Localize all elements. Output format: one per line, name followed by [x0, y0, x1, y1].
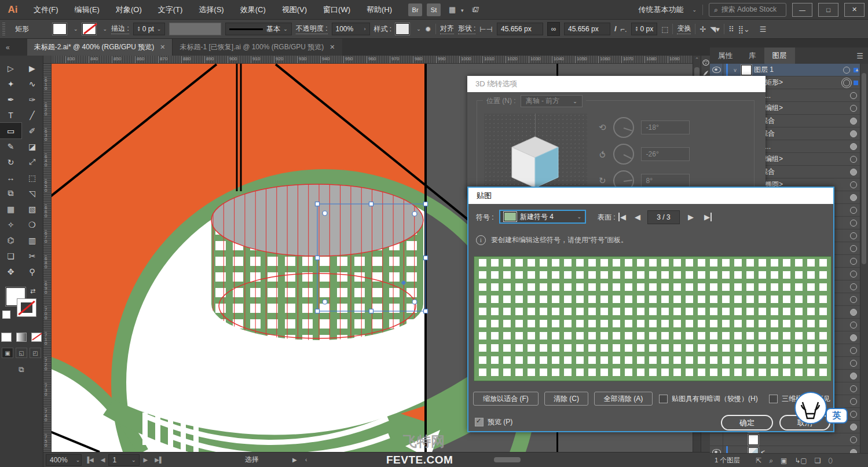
menu-item-8[interactable]: 帮助(H) [358, 1, 400, 19]
hand-tool[interactable]: ✥ [0, 264, 21, 279]
menu-item-0[interactable]: 文件(F) [25, 1, 67, 19]
target-circle[interactable] [850, 296, 857, 303]
anchor-point[interactable] [412, 300, 417, 304]
width-profile-dropdown[interactable] [169, 23, 221, 35]
opacity-label[interactable]: 不透明度 : [296, 24, 328, 34]
target-circle[interactable] [850, 283, 857, 290]
mesh-tool[interactable]: ▦ [0, 201, 21, 217]
eye-icon[interactable] [712, 449, 721, 453]
gradient-button[interactable] [16, 333, 27, 342]
symbol-dropdown[interactable]: 新建符号 4 ⌄ [499, 210, 586, 224]
paintbrush-tool[interactable]: ✐ [21, 123, 43, 138]
draw-behind-mode[interactable]: ◱ [16, 348, 27, 358]
perspective-grid-tool[interactable]: ◹ [21, 185, 43, 201]
column-graph-tool[interactable]: ▥ [21, 232, 43, 248]
target-circle[interactable] [850, 360, 857, 367]
shape-builder-tool[interactable]: ⧉ [0, 185, 21, 201]
symbol-sprayer-tool[interactable]: ⌬ [0, 232, 21, 248]
maximize-button[interactable]: □ [818, 3, 838, 17]
type-tool[interactable]: T [0, 107, 21, 123]
distribute-icon[interactable]: ⣿⌄ [738, 25, 749, 34]
share-icon[interactable]: 🖅 [472, 5, 479, 14]
workspace-switcher[interactable]: 传统基本功能 [638, 5, 683, 15]
next-surface-icon[interactable]: ▶ [688, 213, 694, 221]
horizontal-ruler[interactable]: 8308408508608708808909009109209309409509… [52, 56, 693, 64]
select-similar-icon[interactable]: ◥▾ [710, 25, 720, 34]
menu-item-5[interactable]: 效果(C) [232, 1, 274, 19]
layer-thumbnail[interactable] [741, 65, 752, 75]
document-tab-inactive[interactable]: 未标题-1 [已恢复].ai @ 100% (RGB/GPU 预览) ✕ [172, 39, 342, 56]
locate-object-icon[interactable]: ⌕ [769, 457, 773, 465]
app-badge-br[interactable]: Br [408, 3, 422, 16]
line-segment-tool[interactable]: ╱ [21, 107, 43, 123]
selection-handle[interactable] [424, 202, 428, 206]
style-swatch[interactable] [395, 23, 409, 35]
menu-item-3[interactable]: 文字(T) [150, 1, 191, 19]
target-circle[interactable] [850, 385, 857, 392]
status-expand-icon[interactable]: ▶ [292, 457, 297, 463]
stroke-swatch[interactable] [17, 299, 36, 316]
isolate-icon[interactable]: ✢ [699, 25, 706, 34]
anchor-point[interactable] [323, 211, 327, 216]
document-tab-active[interactable]: 未标题-2.ai* @ 400% (RGB/GPU 预览) ✕ [27, 39, 173, 56]
layer-row[interactable]: <... [710, 446, 860, 453]
scale-tool[interactable]: ⤢ [21, 154, 43, 170]
horizontal-scrollbar-thumb[interactable] [494, 457, 521, 462]
status-collapse-icon[interactable]: ‹ [305, 457, 307, 463]
chevron-down-icon[interactable]: ⌄ [74, 26, 78, 32]
options-list-icon[interactable]: ☰ [760, 25, 767, 34]
previous-surface-icon[interactable]: ◀ [635, 213, 640, 221]
panel-menu-icon[interactable]: ☰ [856, 52, 863, 60]
rotate-z-value[interactable]: 8° [641, 174, 690, 188]
selection-handle[interactable] [424, 309, 428, 313]
curvature-tool[interactable]: ✑ [21, 92, 43, 107]
swap-fill-stroke-icon[interactable]: ⇄ [30, 287, 35, 295]
menu-item-7[interactable]: 窗口(W) [315, 1, 358, 19]
target-circle[interactable] [850, 181, 857, 188]
selection-handle[interactable] [424, 256, 428, 260]
target-circle[interactable] [850, 220, 857, 227]
target-circle[interactable] [843, 79, 850, 86]
target-circle[interactable] [850, 449, 857, 454]
target-circle[interactable] [850, 424, 857, 430]
constrain-proportions-icon[interactable]: ∞ [547, 22, 560, 36]
selection-handle[interactable] [316, 202, 320, 206]
artboard-number-field[interactable]: 1⌄ [108, 454, 140, 466]
visibility-cell[interactable] [710, 433, 723, 446]
target-circle[interactable] [850, 334, 857, 341]
layers-scrollbar[interactable] [860, 64, 868, 453]
map-button-1[interactable]: 清除 (C) [544, 392, 588, 406]
ruler-corner[interactable] [43, 56, 52, 64]
rotate-y-value[interactable]: -26° [641, 147, 690, 161]
target-circle[interactable] [850, 92, 857, 99]
shaper-tool[interactable]: ✎ [0, 138, 21, 154]
first-artboard-icon[interactable]: ▐◀ [85, 457, 94, 463]
none-button[interactable] [31, 333, 42, 342]
selection-handle[interactable] [369, 309, 373, 313]
color-button[interactable] [1, 333, 12, 342]
collapse-icon[interactable]: « [6, 43, 10, 52]
rotate-x-dial[interactable] [613, 117, 634, 138]
target-circle[interactable] [850, 309, 857, 316]
align-objects-icon[interactable]: ⠿ [728, 25, 734, 34]
close-icon[interactable]: ✕ [160, 43, 165, 51]
scroll-up-icon[interactable]: ⌃ [693, 57, 701, 63]
layer-thumbnail[interactable] [748, 435, 759, 445]
panel-grip[interactable] [2, 23, 5, 35]
visibility-cell[interactable] [710, 64, 723, 76]
target-circle[interactable] [850, 156, 857, 163]
target-circle[interactable] [850, 118, 857, 125]
stroke-color-swatch[interactable] [82, 23, 96, 35]
stroke-weight-field[interactable]: ▲▼0 pt⌄ [133, 23, 166, 35]
fill-color-swatch[interactable] [53, 23, 67, 35]
preview-cube[interactable] [501, 130, 565, 188]
eraser-tool[interactable]: ◪ [21, 138, 43, 154]
dialog-title[interactable]: 贴图 [468, 188, 833, 204]
close-button[interactable]: ✕ [844, 3, 865, 17]
rotation-track-cube[interactable] [484, 114, 587, 186]
new-layer-icon[interactable]: ❏ [815, 457, 821, 465]
dialog-title[interactable]: 3D 绕转选项 [467, 76, 766, 92]
target-circle[interactable] [850, 143, 857, 150]
draw-normal-mode[interactable]: ▣ [2, 348, 13, 358]
next-artboard-icon[interactable]: ▶ [143, 457, 148, 463]
